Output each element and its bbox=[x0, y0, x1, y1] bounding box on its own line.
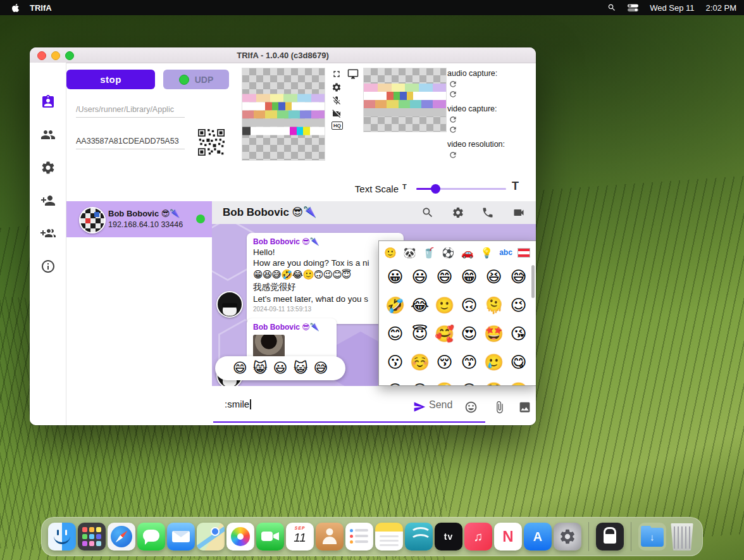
emoji-cell[interactable]: 😁 bbox=[461, 268, 477, 286]
emoji-picker-scrollbar[interactable] bbox=[531, 265, 535, 298]
emoji-cell[interactable]: 😚 bbox=[436, 353, 452, 371]
emoji-cell[interactable]: 🤩 bbox=[484, 325, 504, 343]
emoji-cell[interactable]: 🙃 bbox=[461, 296, 477, 314]
close-button[interactable] bbox=[37, 51, 46, 60]
dock-launchpad-icon[interactable] bbox=[78, 523, 106, 551]
display-icon[interactable] bbox=[347, 68, 359, 80]
audio-refresh-icon-1[interactable] bbox=[449, 80, 457, 89]
emoji-suggestion[interactable]: 😅 bbox=[313, 360, 328, 376]
emoji-cell[interactable]: 😅 bbox=[510, 268, 526, 286]
emoji-category-objects[interactable]: 💡 bbox=[479, 247, 494, 259]
emoji-cell[interactable]: 🤪 bbox=[435, 382, 454, 386]
message-photo-attachment[interactable] bbox=[253, 335, 285, 358]
emoji-cell[interactable]: 😜 bbox=[411, 382, 428, 386]
dock-wave-app-icon[interactable] bbox=[405, 523, 433, 551]
emoji-suggestion[interactable]: 😄 bbox=[233, 360, 247, 376]
emoji-picker-toggle-icon[interactable] bbox=[464, 401, 478, 414]
emoji-suggestion[interactable]: 😃 bbox=[273, 360, 288, 376]
emoji-cell[interactable]: 😊 bbox=[387, 325, 403, 343]
dock-photos-icon[interactable] bbox=[226, 523, 254, 551]
emoji-cell[interactable]: 😉 bbox=[510, 296, 526, 314]
camera-off-icon[interactable] bbox=[332, 109, 342, 119]
emoji-cell[interactable]: ☺️ bbox=[410, 353, 430, 371]
hq-quality-badge[interactable]: HQ bbox=[332, 121, 343, 130]
dock-app-store-icon[interactable]: A bbox=[524, 523, 552, 551]
sidebar-settings-gear-icon[interactable] bbox=[40, 160, 56, 175]
menubar-app-name[interactable]: TRIfA bbox=[30, 3, 52, 13]
emoji-cell[interactable]: 😋 bbox=[510, 353, 526, 371]
emoji-cell[interactable]: 😃 bbox=[411, 268, 428, 286]
attach-file-icon[interactable] bbox=[493, 401, 506, 414]
udp-toggle-button[interactable]: UDP bbox=[163, 70, 229, 89]
video-settings-gear-icon[interactable] bbox=[332, 82, 342, 92]
menubar-date[interactable]: Wed Sep 11 bbox=[650, 3, 694, 13]
dock-calendar-icon[interactable]: SEP11 bbox=[286, 523, 314, 551]
menubar-search-icon[interactable] bbox=[607, 3, 616, 12]
resolution-refresh-icon[interactable] bbox=[449, 151, 457, 159]
emoji-category-activities[interactable]: ⚽ bbox=[440, 247, 456, 259]
audio-refresh-icon-2[interactable] bbox=[449, 90, 457, 99]
emoji-cell[interactable]: 😂 bbox=[411, 296, 429, 314]
dock-contacts-icon[interactable] bbox=[316, 523, 344, 551]
contact-row-bob[interactable]: Bob Bobovic 😎🌂 192.168.64.10 33446 bbox=[66, 201, 212, 237]
sidebar-info-icon[interactable] bbox=[40, 259, 56, 274]
emoji-suggestion[interactable]: 😺 bbox=[293, 360, 307, 376]
mic-muted-icon[interactable] bbox=[332, 96, 342, 106]
video-refresh-icon-2[interactable] bbox=[449, 125, 457, 134]
dock-downloads-icon[interactable]: ↓ bbox=[638, 523, 666, 551]
tox-id-field[interactable]: AA33587A81CDEADD75A53 bbox=[76, 134, 185, 149]
send-button[interactable]: Send bbox=[429, 399, 452, 411]
chat-search-icon[interactable] bbox=[421, 206, 434, 219]
dock-notes-icon[interactable] bbox=[375, 523, 403, 551]
dock-reminders-icon[interactable] bbox=[345, 523, 373, 551]
chat-settings-gear-icon[interactable] bbox=[452, 206, 464, 219]
emoji-cell[interactable]: 😗 bbox=[387, 353, 403, 371]
dock-maps-icon[interactable] bbox=[197, 523, 225, 551]
app-path-field[interactable]: /Users/runner/Library/Applic bbox=[76, 102, 185, 118]
sidebar-profile-card-icon[interactable] bbox=[40, 94, 56, 109]
emoji-suggestion[interactable]: 😸 bbox=[253, 360, 268, 376]
emoji-cell[interactable]: 🥲 bbox=[484, 353, 504, 371]
emoji-cell[interactable]: 😛 bbox=[387, 382, 403, 386]
text-scale-slider-thumb[interactable] bbox=[431, 184, 440, 194]
stop-button[interactable]: stop bbox=[66, 70, 155, 89]
minimize-button[interactable] bbox=[51, 51, 60, 60]
dock-facetime-icon[interactable] bbox=[256, 523, 284, 551]
dock-music-icon[interactable]: ♫ bbox=[464, 523, 492, 551]
emoji-cell[interactable]: 🤣 bbox=[385, 296, 405, 314]
emoji-cell[interactable]: 🤗 bbox=[509, 382, 528, 386]
sidebar-friends-icon[interactable] bbox=[40, 127, 56, 142]
emoji-cell[interactable]: 🤑 bbox=[484, 382, 504, 386]
video-call-icon[interactable] bbox=[512, 206, 525, 219]
emoji-category-smileys[interactable]: 🙂 bbox=[383, 247, 398, 259]
emoji-category-symbols[interactable]: abc bbox=[499, 248, 514, 257]
window-titlebar[interactable]: TRIfA - 1.0.40 (c3d8679) bbox=[30, 47, 536, 63]
menubar-clock[interactable]: 2:02 PM bbox=[706, 3, 736, 13]
emoji-cell[interactable]: 😘 bbox=[510, 325, 526, 343]
attach-image-icon[interactable] bbox=[518, 401, 531, 414]
dock-settings-icon[interactable] bbox=[554, 523, 581, 551]
audio-call-icon[interactable] bbox=[481, 206, 494, 219]
emoji-category-food[interactable]: 🥤 bbox=[421, 247, 437, 259]
dock-apple-tv-icon[interactable]: tv bbox=[435, 523, 462, 551]
control-center-icon[interactable] bbox=[628, 4, 638, 12]
emoji-cell[interactable]: 😇 bbox=[411, 325, 428, 343]
dock-lock-app-icon[interactable] bbox=[596, 523, 624, 551]
emoji-cell[interactable]: 🫠 bbox=[484, 296, 504, 314]
emoji-cell[interactable]: 🙂 bbox=[435, 296, 454, 314]
sidebar-add-group-icon[interactable] bbox=[40, 226, 56, 241]
emoji-cell[interactable]: 😄 bbox=[436, 268, 452, 286]
fullscreen-icon[interactable] bbox=[332, 69, 342, 79]
emoji-category-animals[interactable]: 🐼 bbox=[402, 247, 417, 259]
emoji-cell[interactable]: 😆 bbox=[485, 268, 502, 286]
dock-finder-icon[interactable] bbox=[48, 523, 76, 551]
dock-messages-icon[interactable] bbox=[137, 523, 165, 551]
apple-menu-icon[interactable] bbox=[11, 3, 20, 13]
send-icon[interactable] bbox=[413, 401, 426, 413]
emoji-cell[interactable]: 😍 bbox=[461, 325, 477, 343]
emoji-category-flags-icon[interactable] bbox=[518, 248, 530, 258]
dock-trash-icon[interactable] bbox=[668, 523, 696, 551]
emoji-cell[interactable]: 😝 bbox=[461, 382, 477, 386]
dock-news-icon[interactable]: N bbox=[494, 523, 522, 551]
emoji-category-travel[interactable]: 🚗 bbox=[460, 247, 475, 259]
